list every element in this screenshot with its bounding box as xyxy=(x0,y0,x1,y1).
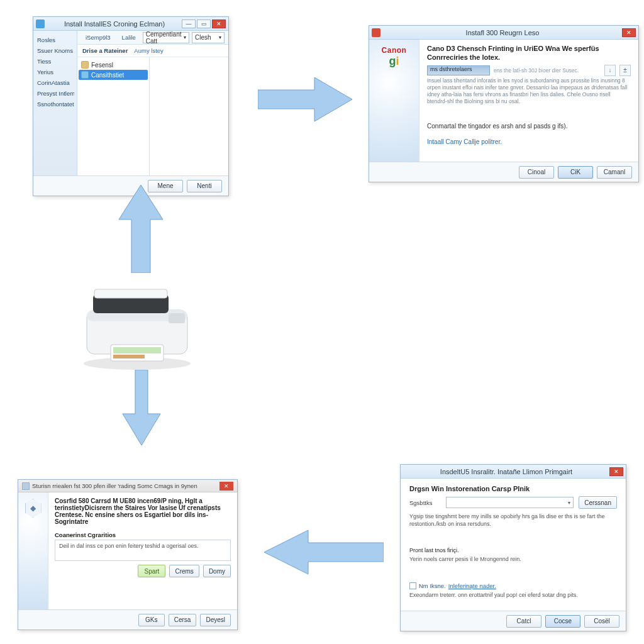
window-title: Instafl 300 Reugrn Leso xyxy=(383,29,622,36)
chevron-down-icon: ▾ xyxy=(219,35,221,40)
toolbar-tab[interactable]: iSemp9l3 xyxy=(81,32,115,43)
tree-node-label: Fesensl xyxy=(91,62,113,69)
brand-panel: Canon gi xyxy=(369,40,419,162)
titlebar[interactable]: InsdeltU5 Insralitr. Inatañe Llimon Prim… xyxy=(401,465,626,479)
instruction-text: Conmartal the tingador es arsh and sl pa… xyxy=(427,123,631,130)
group-text: Deil in dal inss ce pon enin feitery tes… xyxy=(59,543,199,549)
sidebar-item[interactable]: Yerius xyxy=(36,67,74,77)
brand-panel: ◆ xyxy=(18,492,48,609)
middle-button[interactable]: Crems xyxy=(169,565,199,577)
app-icon xyxy=(22,482,30,490)
footer-button-3[interactable]: Cosël xyxy=(584,615,619,628)
group-box: Deil in dal inss ce pon enin feitery tes… xyxy=(55,540,231,561)
sidebar-item[interactable]: Rosles xyxy=(36,35,74,45)
maximize-button[interactable]: ▭ xyxy=(197,19,211,28)
ok-button[interactable]: CiK xyxy=(558,166,593,179)
close-button[interactable]: ✕ xyxy=(212,19,226,28)
filter-bar: Drise a Rateiner Aumy lstey xyxy=(77,45,228,57)
close-button[interactable]: ✕ xyxy=(219,482,233,491)
dropdown-value: Cempentiant Catt xyxy=(146,31,184,45)
installer-window-1: Install InstallES Croning Eclman) — ▭ ✕ … xyxy=(33,16,229,196)
installer-window-4: InsdeltU5 Insralitr. Inatañe Llimon Prim… xyxy=(400,464,626,631)
sidebar-item[interactable]: Tiess xyxy=(36,56,74,67)
close-button[interactable]: ✕ xyxy=(622,28,636,37)
deny-button[interactable]: Domy xyxy=(203,565,231,577)
tree-node[interactable]: Fesensl xyxy=(79,60,148,70)
toolbar-tab[interactable]: Lalile xyxy=(118,32,140,43)
installer-window-2: Instafl 300 Reugrn Leso ✕ Canon gi Cano … xyxy=(369,25,639,182)
window-title: Install InstallES Croning Eclman) xyxy=(47,20,182,28)
arrow-down-icon xyxy=(119,370,164,445)
alt-button[interactable]: Camanl xyxy=(597,166,632,179)
arrow-left-icon xyxy=(264,527,384,577)
footnote: Exeondarm treterr. onn erottartnif yaul … xyxy=(409,592,617,598)
footnote-text: Exeondarm treterr. onn erottartnif yaul … xyxy=(409,592,578,598)
dialog-footer: Catcl Cocse Cosël xyxy=(401,611,626,631)
svg-rect-9 xyxy=(169,313,185,323)
footer-button-3[interactable]: Deyesl xyxy=(200,614,231,626)
checkbox-icon[interactable] xyxy=(409,582,416,589)
toolbar: iSemp9l3 Lalile Cempentiant Catt▾ Clesh▾ xyxy=(77,31,228,45)
checkbox-row[interactable]: Nm Iksne. Inleferinąte nader. xyxy=(409,582,617,589)
installer-window-3: Sturisn rriealen fst 300 pfen iller 'rad… xyxy=(18,479,238,630)
install-link[interactable]: Intaall Camy Callje politrer. xyxy=(427,138,502,145)
titlebar[interactable]: Install InstallES Croning Eclman) — ▭ ✕ xyxy=(33,17,228,31)
svg-marker-3 xyxy=(264,530,384,574)
filter-link[interactable]: Aumy lstey xyxy=(134,47,163,54)
window-title: InsdeltU5 Insralitr. Inatañe Llimon Prim… xyxy=(403,468,609,475)
svg-rect-12 xyxy=(113,355,145,358)
sidebar-item[interactable]: Ssnothontatet xyxy=(36,99,74,109)
brand-sub: gi xyxy=(382,55,407,68)
checkbox-link[interactable]: Inleferinąte nader. xyxy=(448,582,496,589)
svg-marker-1 xyxy=(119,185,163,273)
app-icon xyxy=(372,28,380,37)
group-label: Coanerinst Cgraritios xyxy=(55,531,231,538)
sidebar: Rosles Ssuer Knoms Tiess Yerius CorinAta… xyxy=(33,31,77,175)
svg-marker-0 xyxy=(258,77,352,121)
titlebar[interactable]: Instafl 300 Reugrn Leso ✕ xyxy=(369,26,638,40)
description-text: Ygsip tise tingshmt bere my inills se op… xyxy=(409,513,617,528)
footer-button-2[interactable]: Cocse xyxy=(545,615,580,628)
sidebar-item[interactable]: Ssuer Knoms xyxy=(36,45,74,56)
secondary-dropdown[interactable]: Clesh▾ xyxy=(192,32,225,43)
dialog-heading: Cano D3 Chensch Frinting in UriEO Wna We… xyxy=(427,45,631,62)
svg-rect-11 xyxy=(113,347,161,353)
canon-logo: Canon gi xyxy=(382,46,407,68)
dialog-heading: Drgsn Win Instorenation Carsp Plnik xyxy=(409,485,617,492)
footer-button-1[interactable]: GKs xyxy=(138,614,165,626)
shield-icon: ◆ xyxy=(25,499,42,518)
tree-node-selected[interactable]: Cansithstiet xyxy=(79,70,148,80)
heading-text: Cosrfid 580 Carrsd M UE80 incen69/P ning… xyxy=(55,497,221,525)
sidebar-item[interactable]: CorinAtastia xyxy=(36,77,74,88)
close-button[interactable]: ✕ xyxy=(609,467,623,476)
tree-pane: Fesensl Cansithstiet xyxy=(77,57,150,175)
minimize-button[interactable]: — xyxy=(182,19,196,28)
dropdown[interactable]: ▾ xyxy=(446,497,574,508)
dropdown-label: Sgsbttks xyxy=(409,499,441,506)
options-icon-button[interactable]: ± xyxy=(619,65,631,76)
start-button[interactable]: Spart xyxy=(138,565,165,577)
filter-label: Drise a Rateiner xyxy=(82,47,128,54)
dialog-heading: Cosrfid 580 Carrsd M UE80 incen69/P ning… xyxy=(55,497,231,525)
cancel-button[interactable]: Cinoal xyxy=(519,166,554,179)
footer-button-2[interactable]: Nenti xyxy=(187,180,222,192)
dropdown-action-button[interactable]: Cerssnan xyxy=(579,496,617,509)
footer-button-1[interactable]: Catcl xyxy=(506,615,541,628)
arrow-right-icon xyxy=(258,74,352,125)
svg-marker-2 xyxy=(123,370,160,445)
footer-button-2[interactable]: Cersa xyxy=(169,614,197,626)
download-icon-button[interactable]: ↓ xyxy=(604,65,616,76)
titlebar[interactable]: Sturisn rriealen fst 300 pfen iller 'rad… xyxy=(18,480,237,492)
dialog-footer: Cinoal CiK Camanl xyxy=(369,162,638,182)
search-chip[interactable]: ms dsthretelaers xyxy=(427,65,490,75)
folder-icon xyxy=(81,61,89,69)
description-text: Insuel lass tihentand inforatis in les n… xyxy=(427,77,631,105)
sidebar-item[interactable]: Presyst Intlems xyxy=(36,88,74,99)
printer-illustration xyxy=(74,275,200,370)
category-dropdown[interactable]: Cempentiant Catt▾ xyxy=(143,32,189,43)
options-icon: ± xyxy=(623,67,627,74)
checkbox-label: Nm Iksne. xyxy=(419,582,446,589)
mid-line-2: Yerin noels carrer pesis il le Mrongennd… xyxy=(409,555,617,563)
svg-rect-8 xyxy=(94,289,167,298)
dropdown-value: Clesh xyxy=(195,34,211,41)
